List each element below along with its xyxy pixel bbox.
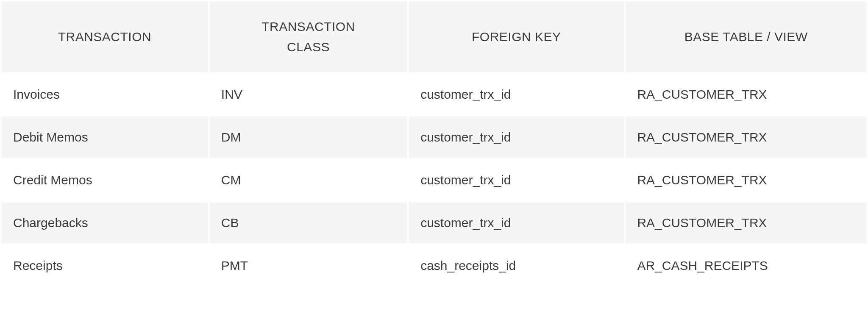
header-foreign-key: FOREIGN KEY — [408, 1, 625, 73]
table-body: Invoices INV customer_trx_id RA_CUSTOMER… — [1, 73, 868, 287]
cell-foreign-key: customer_trx_id — [408, 159, 625, 202]
cell-class: INV — [209, 73, 408, 116]
table-row: Receipts PMT cash_receipts_id AR_CASH_RE… — [1, 245, 868, 287]
cell-transaction: Receipts — [1, 245, 209, 287]
header-transaction-class-line2: CLASS — [220, 37, 397, 57]
cell-foreign-key: customer_trx_id — [408, 73, 625, 116]
table-row: Debit Memos DM customer_trx_id RA_CUSTOM… — [1, 116, 868, 159]
cell-transaction: Invoices — [1, 73, 209, 116]
cell-class: DM — [209, 116, 408, 159]
cell-transaction: Debit Memos — [1, 116, 209, 159]
cell-base-table: RA_CUSTOMER_TRX — [625, 202, 868, 245]
cell-foreign-key: customer_trx_id — [408, 116, 625, 159]
cell-transaction: Credit Memos — [1, 159, 209, 202]
cell-class: CM — [209, 159, 408, 202]
cell-foreign-key: customer_trx_id — [408, 202, 625, 245]
cell-base-table: RA_CUSTOMER_TRX — [625, 159, 868, 202]
cell-transaction: Chargebacks — [1, 202, 209, 245]
header-transaction: TRANSACTION — [1, 1, 209, 73]
cell-base-table: RA_CUSTOMER_TRX — [625, 116, 868, 159]
transaction-table: TRANSACTION TRANSACTION CLASS FOREIGN KE… — [0, 0, 868, 288]
cell-base-table: RA_CUSTOMER_TRX — [625, 73, 868, 116]
table-row: Credit Memos CM customer_trx_id RA_CUSTO… — [1, 159, 868, 202]
header-base-table-view: BASE TABLE / VIEW — [625, 1, 868, 73]
cell-base-table: AR_CASH_RECEIPTS — [625, 245, 868, 287]
cell-class: PMT — [209, 245, 408, 287]
header-transaction-class: TRANSACTION CLASS — [209, 1, 408, 73]
table-row: Chargebacks CB customer_trx_id RA_CUSTOM… — [1, 202, 868, 245]
table-header: TRANSACTION TRANSACTION CLASS FOREIGN KE… — [1, 1, 868, 73]
header-transaction-class-line1: TRANSACTION — [220, 17, 397, 37]
cell-class: CB — [209, 202, 408, 245]
table-row: Invoices INV customer_trx_id RA_CUSTOMER… — [1, 73, 868, 116]
cell-foreign-key: cash_receipts_id — [408, 245, 625, 287]
